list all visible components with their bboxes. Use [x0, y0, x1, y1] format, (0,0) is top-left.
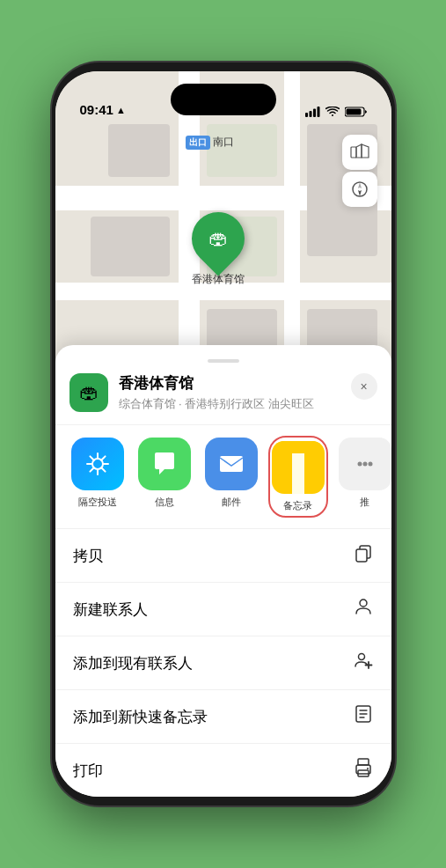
more-label: 推 [360, 496, 369, 509]
note-svg [353, 703, 374, 725]
phone-frame: 09:41 ▲ [52, 63, 395, 805]
svg-point-30 [367, 768, 369, 769]
svg-rect-6 [351, 147, 356, 158]
time-display: 09:41 [80, 102, 113, 117]
person-svg [353, 596, 374, 617]
more-icon [339, 438, 391, 490]
mail-label: 邮件 [222, 496, 241, 509]
svg-point-15 [362, 462, 367, 467]
share-item-airdrop[interactable]: 隔空投送 [69, 438, 126, 516]
action-print[interactable]: 打印 [55, 744, 391, 797]
share-item-more[interactable]: 推 [337, 438, 391, 516]
print-icon [353, 757, 374, 783]
share-item-messages[interactable]: 信息 [136, 438, 193, 516]
more-dots-icon [353, 452, 377, 476]
new-contact-icon [353, 596, 374, 622]
close-icon: × [360, 379, 367, 394]
stadium-icon: 🏟 [208, 227, 228, 250]
location-header: 🏟 香港体育馆 综合体育馆 · 香港特别行政区 油尖旺区 × [55, 373, 391, 425]
sheet-handle [208, 359, 239, 363]
map-label-badge: 出口 [186, 136, 210, 150]
wifi-icon [325, 107, 340, 117]
svg-rect-3 [317, 107, 319, 117]
location-arrow: ▲ [116, 105, 126, 115]
map-label: 出口 南口 [186, 135, 234, 150]
person-add-svg [353, 650, 374, 671]
mail-icon [205, 438, 258, 490]
map-label-text: 南口 [213, 135, 234, 150]
quick-note-icon [353, 703, 374, 730]
stadium-pin: 🏟 香港体育馆 [192, 212, 245, 287]
svg-marker-10 [358, 182, 362, 188]
copy-svg [353, 542, 374, 563]
action-add-contact[interactable]: 添加到现有联系人 [55, 636, 391, 690]
venue-description: 综合体育馆 · 香港特别行政区 油尖旺区 [119, 396, 351, 412]
action-copy[interactable]: 拷贝 [55, 529, 391, 583]
phone-screen: 09:41 ▲ [55, 71, 391, 797]
action-list: 拷贝 新建联系人 [55, 529, 391, 797]
svg-rect-2 [313, 109, 316, 118]
copy-label: 拷贝 [73, 546, 103, 566]
pin-circle: 🏟 [180, 202, 255, 276]
close-button[interactable]: × [351, 373, 377, 400]
signal-icon [305, 107, 320, 117]
share-item-mail[interactable]: 邮件 [203, 438, 260, 516]
svg-point-19 [360, 600, 367, 607]
svg-rect-13 [220, 456, 243, 472]
airdrop-svg [84, 451, 111, 477]
svg-rect-27 [358, 759, 369, 765]
status-time: 09:41 ▲ [80, 102, 126, 117]
quick-note-label: 添加到新快速备忘录 [73, 707, 208, 727]
map-type-button[interactable] [342, 135, 377, 170]
svg-rect-0 [305, 113, 308, 117]
action-quick-note[interactable]: 添加到新快速备忘录 [55, 690, 391, 744]
airdrop-icon [71, 438, 124, 490]
share-row: 隔空投送 信息 [55, 425, 391, 529]
location-info: 香港体育馆 综合体育馆 · 香港特别行政区 油尖旺区 [119, 373, 351, 412]
mail-svg [217, 450, 245, 478]
svg-point-20 [358, 654, 364, 660]
svg-marker-7 [356, 144, 362, 158]
copy-icon [353, 542, 374, 569]
add-contact-label: 添加到现有联系人 [73, 653, 193, 673]
svg-rect-18 [356, 549, 367, 562]
venue-name: 香港体育馆 [119, 373, 351, 394]
map-type-icon [350, 143, 369, 162]
add-contact-icon [353, 650, 374, 676]
svg-rect-5 [346, 109, 361, 115]
print-label: 打印 [73, 761, 103, 781]
messages-svg [150, 450, 179, 478]
location-button[interactable] [342, 172, 377, 207]
svg-rect-1 [309, 111, 311, 117]
notes-icon [272, 441, 325, 494]
svg-point-14 [357, 462, 362, 467]
action-new-contact[interactable]: 新建联系人 [55, 583, 391, 636]
notes-label: 备忘录 [283, 499, 312, 512]
svg-marker-11 [358, 190, 362, 196]
bottom-sheet: 🏟 香港体育馆 综合体育馆 · 香港特别行政区 油尖旺区 × [55, 345, 391, 797]
messages-icon [138, 438, 191, 490]
map-controls [342, 135, 377, 207]
location-venue-icon: 🏟 [69, 373, 108, 412]
messages-label: 信息 [155, 496, 174, 509]
share-item-notes[interactable]: 备忘录 [270, 438, 326, 516]
new-contact-label: 新建联系人 [73, 600, 148, 620]
dynamic-island [171, 84, 276, 115]
compass-icon [351, 180, 369, 198]
airdrop-label: 隔空投送 [78, 496, 117, 509]
print-svg [353, 757, 374, 778]
svg-marker-8 [362, 144, 369, 158]
battery-icon [345, 107, 367, 117]
status-icons [305, 107, 367, 117]
svg-point-16 [368, 462, 372, 467]
